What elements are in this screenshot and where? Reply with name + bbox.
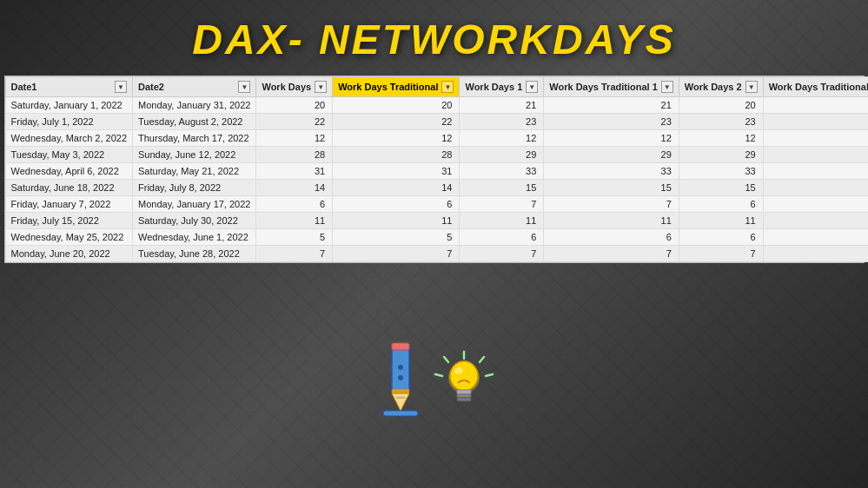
- cell-workdays_trad1: 33: [544, 163, 679, 180]
- cell-workdays_trad1: 15: [544, 180, 679, 196]
- icon-area: [374, 341, 494, 419]
- svg-line-11: [444, 357, 448, 362]
- col-label-workdays_trad2: Work Days Traditional 2: [769, 82, 868, 92]
- col-label-workdays1: Work Days 1: [465, 82, 522, 92]
- cell-workdays_trad: 28: [333, 147, 460, 163]
- cell-workdays2: 20: [679, 97, 763, 114]
- cell-workdays_trad2: 33: [763, 163, 868, 180]
- cell-workdays_trad1: 11: [544, 213, 679, 229]
- cell-workdays2: 6: [679, 196, 763, 213]
- cell-date2: Tuesday, August 2, 2022: [133, 114, 256, 130]
- cell-workdays: 7: [256, 246, 333, 262]
- page-title: DAX- NETWORKDAYS: [192, 16, 675, 63]
- cell-workdays: 22: [256, 114, 333, 130]
- svg-point-4: [398, 365, 403, 370]
- cell-workdays_trad2: 20: [763, 97, 868, 114]
- table-row: Wednesday, March 2, 2022Thursday, March …: [5, 130, 868, 147]
- cell-date2: Thursday, March 17, 2022: [133, 130, 256, 147]
- col-label-workdays_trad: Work Days Traditional: [338, 82, 438, 92]
- col-header-workdays_trad[interactable]: Work Days Traditional ▼: [333, 77, 460, 97]
- cell-date2: Friday, July 8, 2022: [133, 180, 256, 196]
- cell-date2: Monday, January 31, 2022: [133, 97, 256, 114]
- col-header-date1[interactable]: Date1 ▼: [5, 77, 133, 97]
- data-table-container: Date1 ▼ Date2 ▼ Work Days ▼ Work Days Tr…: [4, 76, 865, 263]
- cell-date2: Wednesday, June 1, 2022: [133, 229, 256, 246]
- bottom-section: [374, 263, 494, 488]
- cell-date2: Saturday, May 21, 2022: [133, 163, 256, 180]
- cell-workdays_trad2: 6: [763, 196, 868, 213]
- cell-workdays_trad1: 29: [544, 147, 679, 163]
- cell-date2: Sunday, June 12, 2022: [133, 147, 256, 163]
- col-dropdown-workdays2[interactable]: ▼: [745, 81, 758, 93]
- cell-workdays1: 33: [460, 163, 544, 180]
- cell-workdays_trad2: 23: [763, 114, 868, 130]
- cell-workdays1: 7: [460, 196, 544, 213]
- svg-rect-2: [392, 343, 409, 350]
- cell-workdays2: 33: [679, 163, 763, 180]
- cell-workdays_trad2: 7: [763, 246, 868, 262]
- cell-workdays_trad: 7: [333, 246, 460, 262]
- table-row: Friday, July 15, 2022Saturday, July 30, …: [5, 213, 868, 229]
- cell-workdays_trad2: 12: [763, 130, 868, 147]
- cell-workdays1: 7: [460, 246, 544, 262]
- cell-workdays: 11: [256, 213, 333, 229]
- col-header-workdays_trad1[interactable]: Work Days Traditional 1 ▼: [544, 77, 679, 97]
- cell-workdays_trad2: 15: [763, 180, 868, 196]
- pencil-icon: [374, 341, 427, 419]
- bulb-icon: [434, 350, 494, 419]
- svg-rect-18: [457, 398, 471, 401]
- cell-date2: Monday, January 17, 2022: [133, 196, 256, 213]
- cell-workdays_trad: 5: [333, 229, 460, 246]
- cell-workdays_trad1: 23: [544, 114, 679, 130]
- cell-date1: Tuesday, May 3, 2022: [5, 147, 133, 163]
- cell-workdays2: 29: [679, 147, 763, 163]
- cell-workdays_trad1: 7: [544, 246, 679, 262]
- col-dropdown-workdays_trad[interactable]: ▼: [441, 81, 454, 93]
- cell-workdays2: 15: [679, 180, 763, 196]
- cell-date1: Friday, July 1, 2022: [5, 114, 133, 130]
- cell-workdays1: 29: [460, 147, 544, 163]
- svg-rect-17: [457, 394, 471, 398]
- cell-workdays_trad2: 11: [763, 213, 868, 229]
- cell-date1: Wednesday, March 2, 2022: [5, 130, 133, 147]
- col-header-date2[interactable]: Date2 ▼: [133, 77, 256, 97]
- col-dropdown-workdays_trad1[interactable]: ▼: [661, 81, 673, 93]
- col-dropdown-workdays[interactable]: ▼: [315, 81, 327, 93]
- col-header-workdays1[interactable]: Work Days 1 ▼: [460, 77, 544, 97]
- cell-workdays_trad: 11: [333, 213, 460, 229]
- cell-workdays1: 6: [460, 229, 544, 246]
- col-header-workdays[interactable]: Work Days ▼: [256, 77, 333, 97]
- cell-workdays1: 21: [460, 97, 544, 114]
- cell-workdays1: 23: [460, 114, 544, 130]
- cell-date1: Friday, July 15, 2022: [5, 213, 133, 229]
- table-row: Tuesday, May 3, 2022Sunday, June 12, 202…: [5, 147, 868, 163]
- cell-workdays2: 6: [679, 229, 763, 246]
- col-header-workdays2[interactable]: Work Days 2 ▼: [679, 77, 763, 97]
- cell-date1: Saturday, June 18, 2022: [5, 180, 133, 196]
- svg-point-14: [450, 361, 478, 391]
- cell-date1: Wednesday, May 25, 2022: [5, 229, 133, 246]
- cell-workdays: 31: [256, 163, 333, 180]
- svg-marker-1: [392, 393, 409, 411]
- col-dropdown-workdays1[interactable]: ▼: [526, 81, 538, 93]
- cell-date1: Friday, January 7, 2022: [5, 196, 133, 213]
- col-header-workdays_trad2[interactable]: Work Days Traditional 2 ▼: [763, 77, 868, 97]
- cell-workdays2: 12: [679, 130, 763, 147]
- cell-workdays_trad1: 21: [544, 97, 679, 114]
- cell-workdays_trad2: 6: [763, 229, 868, 246]
- cell-workdays1: 12: [460, 130, 544, 147]
- table-row: Monday, June 20, 2022Tuesday, June 28, 2…: [5, 246, 868, 262]
- col-dropdown-date1[interactable]: ▼: [115, 81, 127, 93]
- svg-rect-3: [392, 389, 409, 393]
- cell-workdays2: 7: [679, 246, 763, 262]
- cell-workdays: 6: [256, 196, 333, 213]
- cell-date1: Saturday, January 1, 2022: [5, 97, 133, 114]
- table-row: Friday, July 1, 2022Tuesday, August 2, 2…: [5, 114, 868, 130]
- table-row: Friday, January 7, 2022Monday, January 1…: [5, 196, 868, 213]
- svg-line-9: [480, 357, 484, 362]
- cell-workdays_trad2: 29: [763, 147, 868, 163]
- cell-workdays1: 15: [460, 180, 544, 196]
- table-row: Saturday, January 1, 2022Monday, January…: [5, 97, 868, 114]
- cell-date1: Monday, June 20, 2022: [5, 246, 133, 262]
- col-dropdown-date2[interactable]: ▼: [238, 81, 250, 93]
